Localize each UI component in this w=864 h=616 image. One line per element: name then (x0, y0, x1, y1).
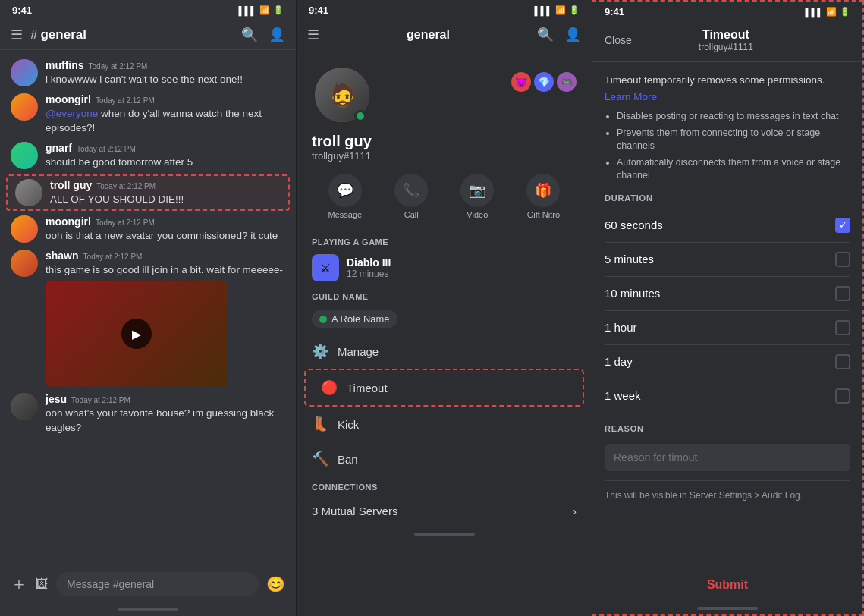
info-text: Timeout temporarily removes some permiss… (605, 73, 850, 88)
message-text: should be good tomorrow after 5 (46, 156, 285, 170)
scroll-indicator-2 (414, 533, 475, 536)
search-icon[interactable]: 🔍 (241, 27, 258, 43)
status-icons-1: ▌▌▌ 📶 🔋 (239, 5, 284, 15)
list-item: Disables posting or reacting to messages… (617, 110, 850, 124)
mutual-servers-row[interactable]: 3 Mutual Servers › (297, 495, 592, 526)
message-username: muffins (46, 59, 84, 71)
duration-label-1w: 1 week (605, 389, 641, 402)
timeout-title: Timeout (699, 28, 753, 42)
manage-label: Manage (338, 345, 379, 358)
checkbox-5m[interactable] (835, 252, 850, 267)
timeout-menu-item[interactable]: 🔴 Timeout (304, 369, 584, 407)
avatar (11, 215, 38, 243)
table-row: shawn Today at 2:12 PM this game is so g… (0, 247, 296, 390)
profile-channel-name: general (327, 28, 529, 42)
gift-label: Gift Nitro (527, 210, 560, 219)
message-timestamp: Today at 2:12 PM (71, 396, 130, 404)
avatar (15, 179, 42, 206)
gift-icon: 🎁 (526, 174, 560, 207)
profile-avatar-section: 🧔 😈 💎 🎮 (297, 49, 592, 125)
hamburger-icon-2[interactable]: ☰ (307, 27, 319, 43)
profile-panel: 9:41 ▌▌▌ 📶 🔋 ☰ general 🔍 👤 🧔 😈 💎 🎮 troll… (296, 0, 592, 616)
kick-label: Kick (338, 418, 359, 431)
members-icon[interactable]: 👤 (269, 27, 285, 43)
wifi-icon-3: 📶 (826, 7, 837, 17)
message-timestamp: Today at 2:12 PM (77, 145, 136, 153)
message-timestamp: Today at 2:12 PM (96, 182, 156, 190)
channel-name: #general (30, 27, 234, 42)
ban-icon: 🔨 (312, 451, 328, 467)
add-button[interactable]: ＋ (11, 573, 27, 596)
battery-icon-3: 🔋 (840, 7, 850, 17)
chat-panel: 9:41 ▌▌▌ 📶 🔋 ☰ #general 🔍 👤 muffins Toda… (0, 0, 296, 616)
duration-10m[interactable]: 10 minutes (605, 277, 850, 311)
duration-1w[interactable]: 1 week (605, 379, 850, 413)
duration-1d[interactable]: 1 day (605, 345, 850, 379)
checkbox-1d[interactable] (835, 354, 850, 369)
audit-note: This will be visible in Server Settings … (605, 480, 850, 501)
manage-menu-item[interactable]: ⚙️ Manage (297, 334, 592, 369)
image-button[interactable]: 🖼 (35, 577, 49, 592)
messages-list: muffins Today at 2:12 PM i knowwww i can… (0, 50, 296, 564)
submit-button[interactable]: Submit (592, 567, 862, 602)
timeout-body: Timeout temporarily removes some permiss… (592, 62, 862, 561)
message-input[interactable]: Message #general (56, 572, 259, 596)
ban-menu-item[interactable]: 🔨 Ban (297, 442, 592, 476)
status-time-3: 9:41 (605, 6, 624, 17)
status-bar-1: 9:41 ▌▌▌ 📶 🔋 (0, 0, 296, 20)
checkbox-1h[interactable] (835, 320, 850, 335)
checkbox-10m[interactable] (835, 286, 850, 301)
hamburger-icon[interactable]: ☰ (11, 27, 23, 43)
kick-menu-item[interactable]: 👢 Kick (297, 407, 592, 442)
media-thumbnail[interactable]: ▶ (46, 281, 228, 387)
game-title: Diablo III (347, 256, 391, 269)
hash-icon: # (30, 27, 37, 42)
scroll-indicator-3 (697, 607, 758, 610)
profile-display-name: troll guy (312, 133, 577, 150)
timeout-subtitle: trollguy#1111 (699, 42, 753, 52)
connections-label: CONNECTIONS (297, 476, 592, 495)
message-timestamp: Today at 2:12 PM (96, 218, 155, 227)
profile-badges: 😈 💎 🎮 (511, 72, 577, 92)
checkbox-1w[interactable] (835, 388, 850, 404)
close-button[interactable]: Close (605, 34, 632, 46)
video-label: Video (467, 210, 488, 219)
list-item: Automatically disconnects them from a vo… (617, 156, 850, 183)
call-action[interactable]: 📞 Call (394, 174, 428, 219)
badge-red: 😈 (511, 72, 531, 92)
status-bar-2: 9:41 ▌▌▌ 📶 🔋 (297, 0, 592, 20)
message-username: troll guy (50, 179, 92, 191)
reason-label: REASON (605, 424, 850, 433)
guild-online-dot (319, 316, 327, 323)
table-row: troll guy Today at 2:12 PM ALL OF YOU SH… (6, 174, 290, 212)
message-username: moongirl (46, 93, 91, 105)
table-row: jesu Today at 2:12 PM ooh what's your fa… (0, 390, 296, 438)
reason-input[interactable] (605, 444, 850, 471)
gift-nitro-action[interactable]: 🎁 Gift Nitro (526, 174, 560, 219)
duration-5m[interactable]: 5 minutes (605, 243, 850, 277)
search-icon-2[interactable]: 🔍 (537, 27, 554, 43)
avatar (11, 93, 38, 121)
members-icon-2[interactable]: 👤 (564, 27, 581, 43)
emoji-button[interactable]: 😊 (266, 575, 285, 593)
message-action[interactable]: 💬 Message (328, 174, 363, 219)
message-timestamp: Today at 2:12 PM (83, 253, 143, 261)
checkbox-60s[interactable]: ✓ (835, 218, 850, 233)
playing-label: PLAYING A GAME (297, 231, 592, 250)
table-row: gnarf Today at 2:12 PM should be good to… (0, 139, 296, 173)
play-button[interactable]: ▶ (121, 319, 152, 349)
timeout-label: Timeout (347, 382, 388, 394)
game-icon: ⚔ (312, 254, 339, 281)
duration-60s[interactable]: 60 seconds ✓ (605, 209, 850, 243)
timeout-panel: 9:41 ▌▌▌ 📶 🔋 Close Timeout trollguy#1111… (592, 0, 864, 616)
guild-name: A Role Name (331, 313, 390, 325)
online-status-dot (354, 110, 366, 122)
avatar (11, 59, 38, 86)
video-action[interactable]: 📷 Video (460, 174, 494, 219)
duration-label-1h: 1 hour (605, 321, 637, 334)
chat-header: ☰ #general 🔍 👤 (0, 20, 296, 50)
timeout-icon: 🔴 (321, 379, 338, 396)
signal-icon: ▌▌▌ (239, 6, 256, 15)
duration-1h[interactable]: 1 hour (605, 311, 850, 345)
learn-more-link[interactable]: Learn More (605, 91, 850, 102)
